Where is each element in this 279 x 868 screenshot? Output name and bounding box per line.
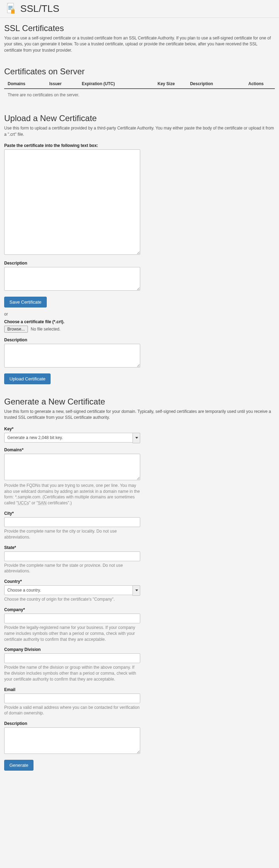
page-title: SSL/TLS [20, 3, 59, 14]
upload-desc-label: Description [4, 261, 275, 266]
svg-rect-0 [8, 6, 13, 7]
key-select[interactable]: Generate a new 2,048 bit key. [4, 433, 140, 443]
state-label: State* [4, 545, 275, 550]
city-help: Provide the complete name for the city o… [4, 528, 140, 540]
company-input[interactable] [4, 614, 140, 623]
upload-desc2-textarea[interactable] [4, 344, 140, 368]
domains-help: Provide the FQDNs that you are trying to… [4, 483, 140, 506]
city-input[interactable] [4, 517, 140, 527]
upload-desc-textarea[interactable] [4, 267, 140, 291]
empty-msg: There are no certificates on the server. [4, 89, 275, 101]
upload-heading: Upload a New Certificate [4, 113, 275, 123]
svg-rect-1 [8, 7, 13, 8]
file-status: No file selected. [31, 327, 60, 332]
col-domains[interactable]: Domains [4, 79, 46, 89]
company-label: Company* [4, 607, 275, 612]
generate-desc: Use this form to generate a new, self-si… [4, 409, 275, 421]
col-key-size[interactable]: Key Size [146, 79, 187, 89]
upload-section: Upload a New Certificate Use this form t… [0, 108, 279, 391]
page-header: SSL/TLS [0, 0, 279, 18]
col-issuer[interactable]: Issuer [46, 79, 78, 89]
save-certificate-button[interactable]: Save Certificate [4, 297, 47, 307]
upload-desc: Use this form to upload a certificate pr… [4, 125, 275, 138]
generate-section: Generate a New Certificate Use this form… [0, 391, 279, 778]
division-help: Provide the name of the division or grou… [4, 665, 140, 682]
certs-on-server-heading: Certificates on Server [4, 67, 275, 76]
col-expiration[interactable]: Expiration (UTC) [78, 79, 146, 89]
company-help: Provide the legally-registered name for … [4, 625, 140, 642]
state-input[interactable] [4, 551, 140, 561]
choose-file-label: Choose a certificate file (*.crt). [4, 319, 275, 324]
certs-on-server-section: Certificates on Server Domains Issuer Ex… [0, 62, 279, 108]
email-label: Email [4, 687, 275, 692]
ssl-certs-heading: SSL Certificates [4, 23, 275, 33]
upload-certificate-button[interactable]: Upload Certificate [4, 373, 51, 384]
generate-heading: Generate a New Certificate [4, 397, 275, 407]
paste-cert-textarea[interactable] [4, 149, 140, 255]
city-label: City* [4, 511, 275, 516]
email-input[interactable] [4, 693, 140, 703]
email-help: Provide a valid email address where you … [4, 705, 140, 717]
paste-label: Paste the certificate into the following… [4, 143, 275, 148]
browse-button[interactable]: Browse... [4, 326, 28, 333]
gen-desc-label: Description [4, 721, 275, 726]
ssltls-icon [4, 2, 17, 15]
col-actions: Actions [237, 79, 275, 89]
key-label: Key* [4, 426, 275, 431]
gen-desc-textarea[interactable] [4, 727, 140, 754]
country-help: Choose the country of origin for the cer… [4, 596, 140, 602]
domains-textarea[interactable] [4, 454, 140, 480]
col-description[interactable]: Description [187, 79, 237, 89]
state-help: Provide the complete name for the state … [4, 563, 140, 574]
country-label: Country* [4, 579, 275, 584]
division-label: Company Division [4, 647, 275, 652]
certs-table: Domains Issuer Expiration (UTC) Key Size… [4, 79, 275, 101]
ssl-certs-desc: You can use a self-signed certificate or… [4, 35, 275, 53]
generate-button[interactable]: Generate [4, 760, 33, 771]
domains-label: Domains* [4, 447, 275, 452]
country-select[interactable]: Choose a country. [4, 585, 140, 595]
ssl-certificates-section: SSL Certificates You can use a self-sign… [0, 18, 279, 62]
division-input[interactable] [4, 653, 140, 663]
or-text: or [4, 312, 275, 317]
upload-desc2-label: Description [4, 337, 275, 342]
svg-rect-2 [8, 9, 11, 9]
